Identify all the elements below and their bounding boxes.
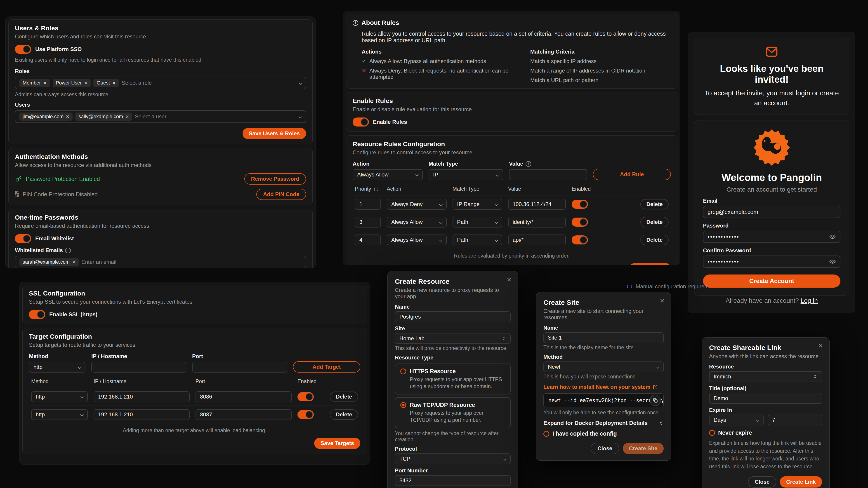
target-ip-input[interactable]: 192.168.1.210 [94, 409, 190, 420]
save-rules-button[interactable]: Save Rules [629, 263, 671, 265]
expire-value-input[interactable]: 7 [768, 415, 822, 425]
ip-hostname-input[interactable] [91, 362, 186, 372]
rule-value-input[interactable]: api/* [508, 234, 566, 246]
save-users-roles-button[interactable]: Save Users & Roles [243, 128, 306, 139]
site-select[interactable]: Home Lab [395, 333, 510, 344]
port-number-input[interactable]: 5432 [395, 475, 510, 486]
chip-remove-icon[interactable]: ✕ [43, 80, 47, 86]
value-input[interactable] [509, 169, 587, 180]
docker-details-expander[interactable]: Expand for Docker Deployment Details [544, 420, 664, 426]
role-chip[interactable]: Power User✕ [53, 79, 91, 87]
password-field[interactable]: •••••••••••• [703, 231, 840, 243]
role-chip[interactable]: Guest✕ [93, 79, 119, 87]
priority-header[interactable]: Priority↑↓ [355, 186, 381, 192]
email-chip[interactable]: sarah@example.com✕ [20, 258, 79, 266]
radio-unselected-icon[interactable] [544, 431, 549, 437]
target-ip-input[interactable]: 192.168.1.210 [94, 391, 190, 402]
remove-password-button[interactable]: Remove Password [244, 173, 306, 185]
target-port-input[interactable]: 8087 [195, 409, 291, 420]
delete-target-button[interactable]: Delete [330, 392, 358, 402]
close-icon[interactable]: ✕ [818, 343, 823, 349]
priority-input[interactable]: 4 [355, 234, 381, 246]
share-title-input[interactable]: Demo [709, 393, 822, 404]
rule-match-select[interactable]: Path [453, 234, 502, 246]
rule-enabled-toggle[interactable] [572, 200, 588, 209]
install-newt-link[interactable]: Learn how to install Newt on your system [544, 384, 664, 390]
protocol-select[interactable]: TCP [395, 453, 510, 464]
target-enabled-toggle[interactable] [298, 410, 314, 419]
sort-icon[interactable]: ↑↓ [373, 186, 379, 192]
chip-remove-icon[interactable]: ✕ [66, 114, 69, 119]
delete-rule-button[interactable]: Delete [640, 217, 669, 227]
priority-input[interactable]: 3 [355, 217, 381, 228]
confirm-password-field[interactable]: •••••••••••• [703, 256, 840, 268]
chip-remove-icon[interactable]: ✕ [125, 114, 129, 119]
user-chip[interactable]: jim@example.com✕ [20, 112, 72, 121]
action-label: Action [352, 161, 423, 167]
rule-enabled-toggle[interactable] [572, 218, 588, 227]
port-input[interactable] [192, 362, 287, 372]
enable-ssl-toggle[interactable] [29, 310, 45, 319]
close-icon[interactable]: ✕ [659, 298, 664, 304]
target-port-input[interactable]: 8086 [195, 391, 291, 402]
https-resource-option[interactable]: HTTPS Resource Proxy requests to your ap… [395, 363, 510, 394]
email-whitelist-toggle[interactable] [15, 234, 31, 243]
match-type-select[interactable]: IP [429, 169, 503, 180]
copied-config-radio[interactable]: I have copied the config [544, 430, 664, 437]
radio-unselected-icon[interactable] [709, 430, 715, 436]
chip-remove-icon[interactable]: ✕ [112, 80, 116, 86]
copy-icon[interactable] [650, 395, 661, 406]
target-method-select[interactable]: http [31, 409, 88, 420]
rule-value-input[interactable]: 100.36.112.4/24 [508, 199, 566, 210]
users-multiselect[interactable]: jim@example.com✕ sally@example.com✕ Sele… [15, 110, 306, 123]
site-method-select[interactable]: Newt [544, 361, 664, 372]
method-select[interactable]: http [29, 362, 86, 372]
enable-rules-toggle[interactable] [352, 118, 369, 127]
create-site-button[interactable]: Create Site [623, 443, 664, 454]
tcp-resource-option[interactable]: Raw TCP/UDP Resource Proxy requests to y… [395, 397, 510, 428]
user-chip[interactable]: sally@example.com✕ [75, 112, 132, 121]
chip-remove-icon[interactable]: ✕ [72, 260, 75, 265]
delete-rule-button[interactable]: Delete [640, 199, 669, 209]
rule-value-input[interactable]: identity/* [508, 217, 566, 228]
expire-unit-select[interactable]: Days [709, 415, 764, 425]
rule-action-select[interactable]: Always Allow [387, 217, 447, 228]
whitelist-input[interactable]: sarah@example.com✕ Enter an email [15, 256, 306, 268]
target-enabled-toggle[interactable] [298, 392, 314, 401]
rule-action-select[interactable]: Always Allow [387, 234, 447, 246]
rule-enabled-toggle[interactable] [572, 235, 588, 245]
add-target-button[interactable]: Add Target [293, 361, 360, 372]
show-password-icon[interactable] [829, 258, 836, 265]
action-select[interactable]: Always Allow [352, 169, 423, 180]
newt-command-code[interactable]: newt --id ea7esnw28kj2tpn --secret by7jf… [544, 393, 664, 408]
resource-name-input[interactable]: Postgres [395, 311, 510, 322]
log-in-link[interactable]: Log in [801, 297, 818, 304]
close-button[interactable]: Close [748, 476, 776, 488]
add-pin-button[interactable]: Add PIN Code [256, 189, 306, 200]
site-name-input[interactable]: Site 1 [544, 332, 664, 343]
rule-match-select[interactable]: Path [453, 217, 502, 228]
radio-selected-icon[interactable] [400, 402, 406, 408]
create-account-button[interactable]: Create Account [703, 274, 840, 288]
delete-target-button[interactable]: Delete [330, 410, 358, 420]
role-chip[interactable]: Member✕ [20, 79, 50, 87]
radio-unselected-icon[interactable] [400, 368, 406, 375]
chip-remove-icon[interactable]: ✕ [84, 80, 88, 86]
pangolin-ui-canvas: Users & Roles Configure which users and … [0, 0, 868, 488]
email-field[interactable]: greg@example.com [703, 206, 840, 218]
add-rule-button[interactable]: Add Rule [593, 169, 671, 180]
share-resource-select[interactable]: Immich [709, 371, 822, 382]
target-method-select[interactable]: http [31, 391, 88, 402]
platform-sso-toggle[interactable] [15, 45, 31, 54]
rule-action-select[interactable]: Always Deny [387, 199, 447, 210]
priority-input[interactable]: 1 [355, 199, 381, 210]
never-expire-radio[interactable]: Never expire [709, 429, 822, 436]
delete-rule-button[interactable]: Delete [640, 235, 669, 245]
create-link-button[interactable]: Create Link [780, 476, 822, 488]
save-targets-button[interactable]: Save Targets [314, 437, 360, 449]
close-icon[interactable]: ✕ [506, 277, 512, 283]
close-button[interactable]: Close [591, 443, 619, 454]
rule-match-select[interactable]: IP Range [453, 199, 502, 210]
roles-multiselect[interactable]: Member✕ Power User✕ Guest✕ Select a role [15, 76, 306, 89]
show-password-icon[interactable] [829, 233, 836, 240]
